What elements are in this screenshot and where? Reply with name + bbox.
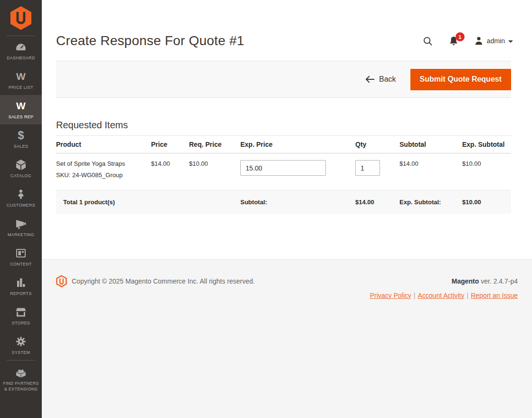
col-price: Price — [151, 136, 189, 153]
w-logo-icon: W — [16, 70, 26, 83]
sidebar-item-label: SYSTEM — [12, 350, 30, 355]
price-cell: $14.00 — [151, 153, 189, 190]
sidebar-item-label: FIND PARTNERS & EXTENSIONS — [2, 381, 40, 392]
subtotal-cell: $14.00 — [399, 153, 462, 190]
requested-items-section: Requested Items Product Price Req. Price… — [42, 98, 532, 214]
sidebar-item-label: CONTENT — [10, 262, 32, 267]
back-button[interactable]: Back — [366, 75, 396, 84]
person-icon — [16, 188, 26, 200]
admin-username: admin — [487, 37, 505, 45]
megaphone-icon — [15, 218, 27, 230]
dollar-icon: $ — [18, 129, 24, 142]
admin-footer: Copyright © 2025 Magento Commerce Inc. A… — [42, 259, 532, 418]
search-button[interactable] — [422, 36, 433, 47]
layout-icon — [15, 247, 27, 259]
totals-row: Total 1 product(s) Subtotal: $14.00 Exp.… — [56, 190, 511, 214]
page-header: Create Response For Quote #1 1 — [42, 0, 532, 61]
main-area: Create Response For Quote #1 1 — [42, 0, 532, 418]
table-header-row: Product Price Req. Price Exp. Price Qty … — [56, 136, 511, 153]
submit-quote-request-button[interactable]: Submit Quote Request — [410, 69, 511, 90]
sidebar-item-content[interactable]: CONTENT — [0, 242, 42, 272]
sidebar-item-stores[interactable]: STORES — [0, 301, 42, 331]
col-req-price: Req. Price — [189, 136, 240, 153]
admin-sidebar: DASHBOARD W PRICE LIST W SALES REP $ SAL… — [0, 0, 42, 418]
notifications-button[interactable]: 1 — [448, 36, 459, 46]
sidebar-item-label: SALES — [14, 144, 28, 149]
col-product: Product — [56, 136, 151, 153]
magento-logo[interactable] — [0, 0, 42, 36]
magento-footer-logo-icon — [56, 275, 67, 287]
account-activity-link[interactable]: Account Activity — [418, 292, 464, 299]
copyright-text: Copyright © 2025 Magento Commerce Inc. A… — [72, 277, 255, 285]
w-logo-icon: W — [16, 100, 26, 112]
product-cell: Set of Sprite Yoga Straps SKU: 24-WG085_… — [56, 153, 151, 190]
req-price-cell: $10.00 — [189, 153, 240, 190]
qty-cell — [355, 153, 399, 190]
sidebar-item-sales[interactable]: $ SALES — [0, 124, 42, 154]
sidebar-item-marketing[interactable]: MARKETING — [0, 213, 42, 242]
admin-account-menu[interactable]: admin — [474, 36, 513, 46]
sidebar-item-label: PRICE LIST — [9, 85, 33, 90]
col-subtotal: Subtotal — [399, 136, 462, 153]
sidebar-item-dashboard[interactable]: DASHBOARD — [0, 36, 42, 66]
version-number: ver. 2.4.7-p4 — [481, 277, 518, 285]
totals-exp-subtotal-label: Exp. Subtotal: — [399, 190, 462, 214]
sidebar-item-label: MARKETING — [8, 232, 34, 238]
sidebar-item-system[interactable]: SYSTEM — [0, 331, 42, 360]
exp-price-input[interactable] — [240, 160, 326, 176]
requested-items-table: Product Price Req. Price Exp. Price Qty … — [56, 135, 511, 214]
section-title: Requested Items — [56, 120, 511, 131]
totals-subtotal-label: Subtotal: — [240, 190, 355, 214]
sidebar-item-label: REPORTS — [10, 291, 31, 296]
link-separator: | — [414, 292, 416, 299]
totals-exp-subtotal-value: $10.00 — [462, 190, 511, 214]
product-sku: SKU: 24-WG085_Group — [56, 171, 146, 179]
brand-name: Magento — [452, 277, 479, 285]
report-issue-link[interactable]: Report an Issue — [471, 292, 518, 299]
col-qty: Qty — [355, 136, 399, 153]
storefront-icon — [15, 306, 27, 318]
sidebar-menu: DASHBOARD W PRICE LIST W SALES REP $ SAL… — [0, 36, 42, 398]
back-label: Back — [379, 75, 396, 84]
exp-subtotal-cell: $10.00 — [462, 153, 511, 190]
totals-label: Total 1 product(s) — [56, 190, 240, 214]
user-avatar-icon — [474, 36, 484, 46]
gear-icon — [15, 335, 27, 348]
version-text: Magento ver. 2.4.7-p4 — [452, 277, 518, 285]
sidebar-item-reports[interactable]: REPORTS — [0, 272, 42, 301]
col-exp-price: Exp. Price — [240, 136, 355, 153]
bar-chart-icon — [15, 276, 27, 289]
sidebar-item-label: SALES REP — [9, 114, 34, 120]
search-icon — [422, 36, 433, 47]
sidebar-item-price-list[interactable]: W PRICE LIST — [0, 66, 42, 95]
magento-logo-icon — [10, 6, 32, 30]
page-actions-bar: Back Submit Quote Request — [56, 61, 511, 98]
privacy-policy-link[interactable]: Privacy Policy — [370, 292, 411, 299]
product-name: Set of Sprite Yoga Straps — [56, 160, 146, 167]
sidebar-item-label: DASHBOARD — [7, 56, 35, 61]
sidebar-item-label: CATALOG — [10, 173, 31, 179]
table-row: Set of Sprite Yoga Straps SKU: 24-WG085_… — [56, 153, 511, 190]
box-icon — [15, 159, 27, 171]
header-actions: 1 admin — [422, 36, 513, 47]
dashboard-gauge-icon — [15, 41, 27, 53]
page-title: Create Response For Quote #1 — [56, 33, 244, 48]
totals-subtotal-value: $14.00 — [355, 190, 399, 214]
notification-badge: 1 — [456, 32, 465, 41]
sidebar-item-catalog[interactable]: CATALOG — [0, 154, 42, 183]
link-separator: | — [467, 292, 469, 299]
sidebar-item-customers[interactable]: CUSTOMERS — [0, 183, 42, 213]
exp-price-cell — [240, 153, 355, 190]
caret-down-icon — [508, 40, 513, 43]
col-exp-subtotal: Exp. Subtotal — [462, 136, 511, 153]
footer-links: Privacy Policy|Account Activity|Report a… — [56, 292, 518, 299]
sidebar-item-label: STORES — [12, 321, 30, 326]
sidebar-item-find-partners[interactable]: FIND PARTNERS & EXTENSIONS — [0, 361, 42, 398]
sidebar-item-sales-rep[interactable]: W SALES REP — [0, 95, 42, 124]
sidebar-item-label: CUSTOMERS — [7, 203, 35, 208]
qty-input[interactable] — [355, 160, 380, 176]
back-arrow-icon — [366, 76, 375, 83]
brick-icon — [15, 366, 27, 379]
